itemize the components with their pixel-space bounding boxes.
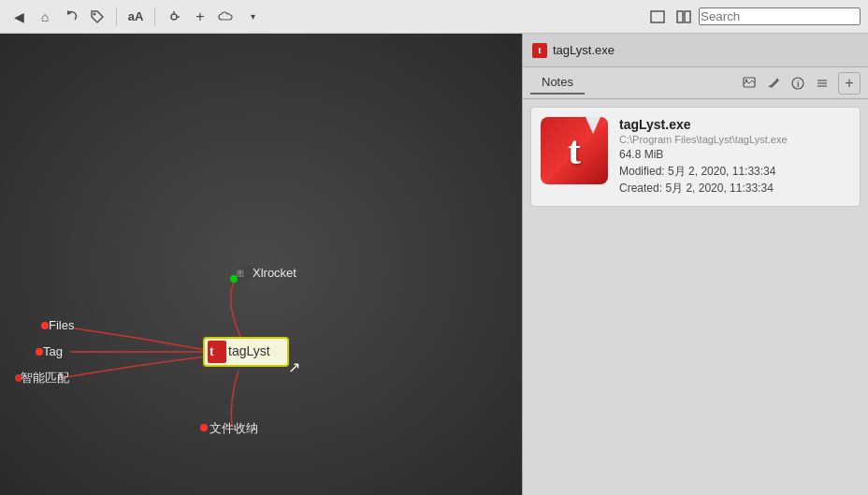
created-label: Created: (619, 182, 662, 195)
info-card: t tagLyst.exe C:\Program Files\tagLyst\t… (530, 107, 861, 207)
divider-2 (154, 7, 155, 26)
cloud-dropdown-button[interactable]: ▾ (241, 6, 264, 28)
taglyst-node-label: tagLyst (228, 343, 270, 358)
app-path: C:\Program Files\tagLyst\tagLyst.exe (619, 134, 850, 145)
xlrocket-label: Xlrocket (253, 266, 297, 280)
archive-label: 文件收纳 (210, 421, 258, 435)
svg-point-1 (171, 14, 177, 20)
files-label: Files (49, 318, 75, 332)
image-icon-button[interactable] (739, 73, 760, 94)
tag-button[interactable] (86, 6, 108, 28)
edit-icon-button[interactable] (763, 73, 784, 94)
app-icon-letter: t (568, 131, 581, 170)
created-value: 5月 2, 2020, 11:33:34 (665, 182, 773, 195)
search-input[interactable] (699, 7, 861, 25)
svg-point-10 (745, 79, 747, 80)
back-button[interactable]: ◀ (7, 6, 30, 28)
right-panel: t tagLyst.exe Notes i (522, 34, 868, 495)
svg-text:i: i (797, 80, 800, 89)
tag-dot (36, 348, 43, 356)
notes-tab-bar: Notes i + (523, 67, 868, 99)
app-icon: t (541, 117, 608, 184)
font-button[interactable]: aA (124, 6, 147, 28)
toolbar: ◀ ⌂ aA + ▾ (0, 0, 868, 34)
cloud-button[interactable] (215, 6, 238, 28)
split-panel-button[interactable] (673, 6, 695, 28)
info-details: tagLyst.exe C:\Program Files\tagLyst\tag… (619, 117, 850, 197)
info-icon-button[interactable]: i (788, 73, 808, 94)
svg-text:图: 图 (237, 269, 244, 278)
svg-rect-6 (685, 11, 690, 22)
notes-tab[interactable]: Notes (530, 71, 585, 95)
svg-text:t: t (210, 344, 214, 358)
panel-title-app-icon: t (532, 43, 547, 58)
modified-label: Modified: (619, 165, 665, 178)
svg-point-0 (94, 12, 96, 15)
app-modified: Modified: 5月 2, 2020, 11:33:34 (619, 164, 850, 180)
svg-rect-4 (651, 11, 664, 22)
divider-1 (116, 7, 117, 26)
app-name: tagLyst.exe (619, 117, 850, 132)
app-size: 64.8 MiB (619, 148, 850, 161)
svg-rect-5 (677, 11, 683, 22)
branch-button[interactable] (163, 6, 185, 28)
panel-window-title-text: tagLyst.exe (553, 43, 615, 57)
single-panel-button[interactable] (646, 6, 669, 28)
app-created: Created: 5月 2, 2020, 11:33:34 (619, 181, 850, 197)
main-area: 图 Xlrocket Files Tag 智能匹配 文件收纳 t tagLyst… (0, 34, 868, 495)
app-bookmark (586, 117, 600, 134)
files-dot (41, 322, 49, 329)
modified-value: 5月 2, 2020, 11:33:34 (668, 165, 775, 178)
archive-dot (200, 424, 208, 431)
add-note-button[interactable]: + (838, 72, 861, 95)
add-button[interactable]: + (189, 6, 211, 28)
smart-label: 智能匹配 (21, 371, 69, 385)
tag-label: Tag (43, 344, 63, 358)
mindmap-canvas[interactable]: 图 Xlrocket Files Tag 智能匹配 文件收纳 t tagLyst… (0, 34, 522, 495)
menu-icon-button[interactable] (812, 73, 832, 94)
cursor-pointer: ↗ (288, 359, 300, 375)
tab-icon-row: i (739, 73, 832, 94)
undo-button[interactable] (60, 6, 82, 28)
panel-window-title: t tagLyst.exe (523, 34, 868, 67)
home-button[interactable]: ⌂ (34, 6, 56, 28)
